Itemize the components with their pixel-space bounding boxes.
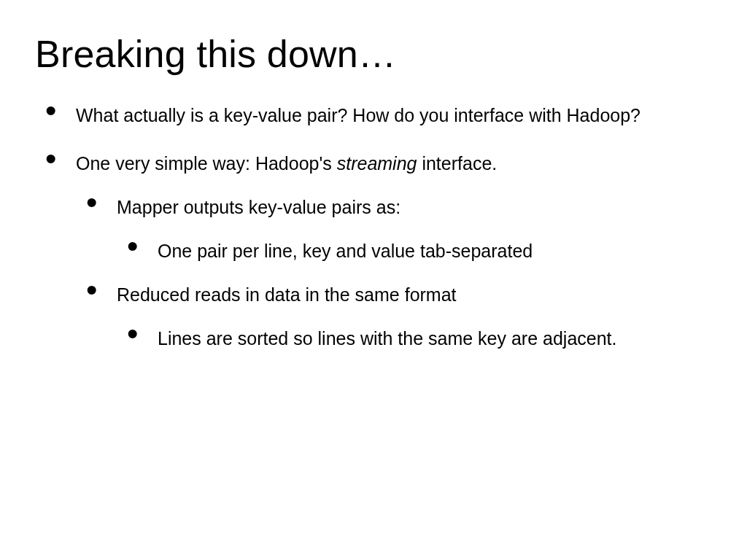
bullet-text: Reduced reads in data in the same format	[117, 284, 457, 305]
bullet-item: What actually is a key-value pair? How d…	[35, 104, 712, 127]
bullet-text: Mapper outputs key-value pairs as:	[117, 197, 400, 217]
slide: Breaking this down… What actually is a k…	[0, 0, 747, 560]
slide-title: Breaking this down…	[35, 32, 712, 76]
bullet-item: Mapper outputs key-value pairs as: One p…	[76, 195, 712, 262]
bullet-item: One very simple way: Hadoop's streaming …	[35, 152, 712, 350]
bullet-text: What actually is a key-value pair? How d…	[76, 105, 640, 125]
bullet-text: One pair per line, key and value tab-sep…	[158, 241, 533, 261]
bullet-list: What actually is a key-value pair? How d…	[35, 104, 712, 350]
bullet-text: interface.	[417, 153, 497, 174]
bullet-text: Lines are sorted so lines with the same …	[158, 328, 617, 349]
bullet-sublist: Lines are sorted so lines with the same …	[117, 327, 712, 350]
bullet-item: Lines are sorted so lines with the same …	[117, 327, 712, 350]
bullet-text-emphasis: streaming	[337, 153, 417, 174]
bullet-text: One very simple way: Hadoop's	[76, 153, 337, 174]
bullet-item: One pair per line, key and value tab-sep…	[117, 239, 712, 262]
bullet-sublist: One pair per line, key and value tab-sep…	[117, 239, 712, 262]
bullet-item: Reduced reads in data in the same format…	[76, 283, 712, 350]
bullet-sublist: Mapper outputs key-value pairs as: One p…	[76, 195, 712, 350]
